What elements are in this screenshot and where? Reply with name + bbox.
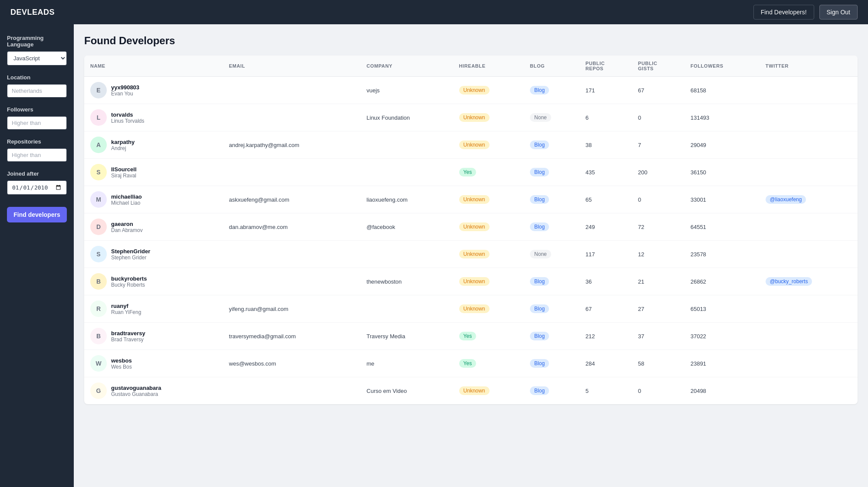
company-cell: vuejs [361, 77, 453, 104]
gists-cell: 0 [632, 377, 684, 405]
table-row: M michaelliao Michael Liao askxuefeng@gm… [84, 186, 858, 213]
hireable-badge: Unknown [459, 86, 490, 95]
followers-cell: 20498 [684, 377, 760, 405]
language-select[interactable]: JavaScriptPythonRubyGoJavaC++TypeScriptP… [7, 51, 67, 65]
repos-cell: 435 [579, 159, 632, 186]
page-title: Found Developers [84, 35, 858, 47]
hireable-badge: Unknown [459, 304, 490, 313]
username: bradtraversy [111, 330, 145, 337]
find-devs-button[interactable]: Find developers [7, 207, 67, 222]
name-info: wesbos Wes Bos [111, 357, 132, 370]
avatar: B [90, 273, 107, 290]
repos-cell: 171 [579, 77, 632, 104]
name-cell: G gustavoguanabara Gustavo Guanabara [84, 377, 223, 405]
name-info: torvalds Linus Torvalds [111, 111, 145, 124]
username: ruanyf [111, 303, 141, 309]
blog-cell: None [524, 241, 579, 268]
table-header-row: NAMEEMAILCOMPANYHIREABLEBLOGPUBLICREPOSP… [84, 56, 858, 77]
avatar: L [90, 109, 107, 126]
email-cell: andrej.karpathy@gmail.com [223, 131, 361, 159]
email-cell [223, 104, 361, 131]
followers-cell: 33001 [684, 186, 760, 213]
col-header-twitter: TWITTER [760, 56, 858, 77]
name-cell: B bradtraversy Brad Traversy [84, 323, 223, 350]
company-cell [361, 295, 453, 323]
repos-input[interactable] [7, 148, 67, 162]
email-cell [223, 377, 361, 405]
twitter-cell [760, 241, 858, 268]
username: michaelliao [111, 193, 142, 200]
twitter-cell [760, 350, 858, 377]
email-cell: wes@wesbos.com [223, 350, 361, 377]
followers-cell: 29049 [684, 131, 760, 159]
col-header-hireable: HIREABLE [453, 56, 524, 77]
gists-cell: 12 [632, 241, 684, 268]
location-section: Location [7, 74, 67, 98]
name-info: ruanyf Ruan YiFeng [111, 303, 141, 315]
blog-badge: Blog [530, 168, 549, 176]
blog-badge: Blog [530, 332, 549, 340]
joined-section: Joined after [7, 170, 67, 195]
joined-input[interactable] [7, 180, 67, 195]
twitter-cell [760, 77, 858, 104]
results-table: NAMEEMAILCOMPANYHIREABLEBLOGPUBLICREPOSP… [84, 56, 858, 404]
table-row: E yyx990803 Evan You vuejsUnknownBlog171… [84, 77, 858, 104]
followers-input[interactable] [7, 116, 67, 130]
blog-badge: Blog [530, 222, 549, 231]
hireable-cell: Unknown [453, 104, 524, 131]
gists-cell: 37 [632, 323, 684, 350]
repos-cell: 117 [579, 241, 632, 268]
blog-cell: None [524, 104, 579, 131]
company-cell: liaoxuefeng.com [361, 186, 453, 213]
blog-badge: None [530, 113, 551, 122]
sidebar: Programming Language JavaScriptPythonRub… [0, 24, 74, 487]
repos-cell: 212 [579, 323, 632, 350]
email-cell: yifeng.ruan@gmail.com [223, 295, 361, 323]
col-header-public-repos: PUBLICREPOS [579, 56, 632, 77]
name-cell: L torvalds Linus Torvalds [84, 104, 223, 131]
followers-cell: 68158 [684, 77, 760, 104]
table-row: S llSourcell Siraj Raval YesBlog43520036… [84, 159, 858, 186]
name-cell: S StephenGrider Stephen Grider [84, 241, 223, 268]
username: gustavoguanabara [111, 385, 161, 391]
avatar: G [90, 382, 107, 399]
company-cell [361, 159, 453, 186]
col-header-company: COMPANY [361, 56, 453, 77]
twitter-badge[interactable]: @liaoxuefeng [766, 195, 806, 204]
repos-cell: 65 [579, 186, 632, 213]
name-cell: M michaelliao Michael Liao [84, 186, 223, 213]
hireable-badge: Yes [459, 168, 477, 176]
name-cell: W wesbos Wes Bos [84, 350, 223, 377]
company-cell [361, 241, 453, 268]
twitter-cell [760, 377, 858, 405]
name-info: gaearon Dan Abramov [111, 221, 143, 233]
blog-badge: Blog [530, 359, 549, 368]
display-name: Siraj Raval [111, 173, 137, 179]
sign-out-button[interactable]: Sign Out [819, 5, 858, 20]
username: torvalds [111, 111, 145, 118]
blog-cell: Blog [524, 131, 579, 159]
gists-cell: 27 [632, 295, 684, 323]
hireable-cell: Unknown [453, 213, 524, 241]
table-row: R ruanyf Ruan YiFeng yifeng.ruan@gmail.c… [84, 295, 858, 323]
username: gaearon [111, 221, 143, 227]
name-info: karpathy Andrej [111, 139, 135, 151]
name-cell: B buckyroberts Bucky Roberts [84, 268, 223, 295]
display-name: Stephen Grider [111, 255, 150, 261]
find-developers-button[interactable]: Find Developers! [753, 5, 814, 20]
gists-cell: 200 [632, 159, 684, 186]
display-name: Ruan YiFeng [111, 309, 141, 315]
location-input[interactable] [7, 84, 67, 98]
blog-badge: Blog [530, 386, 549, 395]
blog-cell: Blog [524, 77, 579, 104]
table-row: B bradtraversy Brad Traversy traversymed… [84, 323, 858, 350]
repos-cell: 5 [579, 377, 632, 405]
username: wesbos [111, 357, 132, 364]
gists-cell: 0 [632, 104, 684, 131]
table-row: W wesbos Wes Bos wes@wesbos.commeYesBlog… [84, 350, 858, 377]
twitter-badge[interactable]: @bucky_roberts [766, 277, 812, 286]
display-name: Michael Liao [111, 200, 142, 206]
joined-label: Joined after [7, 170, 67, 177]
hireable-badge: Unknown [459, 277, 490, 286]
blog-cell: Blog [524, 159, 579, 186]
